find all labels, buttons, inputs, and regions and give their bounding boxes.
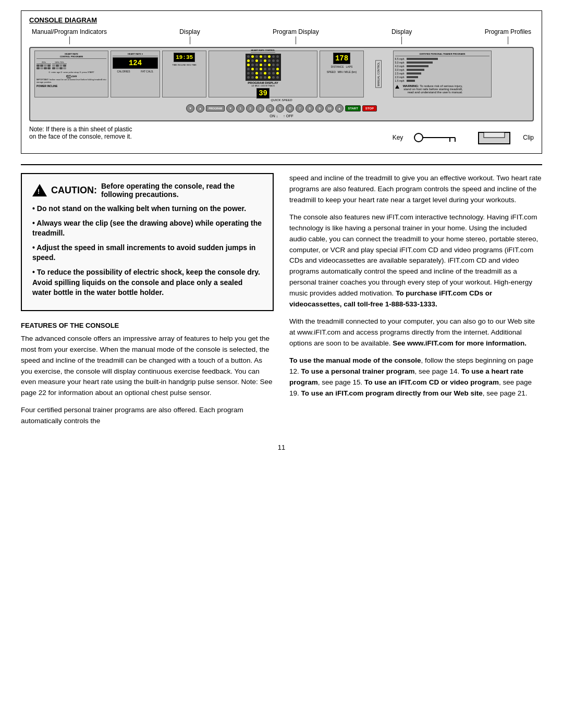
hr-control-title: HEART RATECONTROL PROGRAMS xyxy=(36,53,106,59)
time-display-section: 19:35 TIME INCLINE SEG.TIME xyxy=(162,51,206,97)
btn-8[interactable]: 8 xyxy=(305,104,314,113)
dot xyxy=(268,64,271,66)
speed-bar-row: 3.0 mph xyxy=(395,68,490,71)
dot xyxy=(247,59,250,62)
dot xyxy=(255,72,258,75)
dot xyxy=(264,59,266,62)
svg-rect-5 xyxy=(484,132,505,138)
key-graphic xyxy=(413,131,466,144)
features-title: FEATURES OF THE CONSOLE xyxy=(21,322,274,329)
dot xyxy=(251,64,254,66)
caution-item-4: To reduce the possibility of electric sh… xyxy=(32,267,262,298)
dot xyxy=(251,55,254,58)
program-profiles-section: CERTIFIED PERSONAL TRAINER PROGRAMS 6.5 … xyxy=(393,51,492,97)
dot xyxy=(255,76,258,79)
console-labels-row: Manual/Program Indicators Display Progra… xyxy=(29,28,534,44)
console-note: Note: If there is a thin sheet of plasti… xyxy=(29,126,393,140)
dot xyxy=(276,64,279,66)
right-para1: speed and incline of the treadmill to gi… xyxy=(289,173,542,206)
speed-bar-row: 4.0 mph xyxy=(395,65,490,68)
dot xyxy=(272,64,275,66)
hr-control2-title: HEART RATE CONTROL xyxy=(251,49,275,53)
caution-item-3: Adjust the speed in small increments to … xyxy=(32,243,262,263)
program-profiles-label: Program Profiles xyxy=(485,28,531,44)
dot xyxy=(260,59,262,62)
program-display-section: HEART RATE CONTROL xyxy=(209,51,317,97)
speed-fill xyxy=(407,61,433,64)
caution-items-list: Do not stand on the walking belt when tu… xyxy=(32,204,262,298)
right-column: speed and incline of the treadmill to gi… xyxy=(289,173,542,433)
speed-bar-row: 2.0 mph xyxy=(395,76,490,79)
dot xyxy=(251,72,254,75)
power-incline-up-button[interactable]: ▲ xyxy=(196,104,204,113)
up-button[interactable]: ▲ xyxy=(335,104,344,113)
main-content: CAUTION: Before operating the console, r… xyxy=(21,173,542,433)
power-incline-down-button[interactable]: ▼ xyxy=(186,104,194,113)
clip-graphic xyxy=(476,130,512,145)
dot xyxy=(272,59,275,62)
caution-item-4-bold: To reduce the possibility of electric sh… xyxy=(32,268,260,297)
features-paragraph2: Four certified personal trainer programs… xyxy=(21,405,274,427)
program-button[interactable]: PROGRAM xyxy=(206,105,225,112)
left-column: CAUTION: Before operating the console, r… xyxy=(21,173,274,433)
speed-fill xyxy=(407,69,424,71)
dot xyxy=(260,72,262,75)
dot xyxy=(268,68,271,70)
manual-mode-bold: To use the manual mode of the console xyxy=(289,356,421,364)
page-number: 11 xyxy=(21,443,542,451)
key-label: Key xyxy=(393,134,403,141)
dot xyxy=(276,55,279,58)
dot xyxy=(247,76,250,79)
btn-1[interactable]: 1 xyxy=(236,104,244,113)
program-display-label: Program Display xyxy=(273,28,319,44)
caution-title: CAUTION: xyxy=(51,185,97,196)
dot xyxy=(268,59,271,62)
btn-4[interactable]: 4 xyxy=(266,104,274,113)
start-button[interactable]: START xyxy=(345,105,361,112)
btn-7[interactable]: 7 xyxy=(296,104,304,113)
down-button[interactable]: ▼ xyxy=(226,104,235,113)
display2-label: Display xyxy=(391,28,412,44)
on-off-row: ON ↓ ↑ OFF xyxy=(34,114,529,118)
btn-2[interactable]: 2 xyxy=(246,104,254,113)
dot xyxy=(276,72,279,75)
dot xyxy=(255,68,258,70)
dot xyxy=(276,68,279,70)
btn-10[interactable]: 10 xyxy=(325,104,334,113)
caution-item-2-bold: Always wear the clip (see the drawing ab… xyxy=(32,219,262,238)
note-line1: Note: If there is a thin sheet of plasti… xyxy=(29,126,393,133)
caution-header-text: Before operating the console, read the f… xyxy=(101,182,262,199)
stop-button[interactable]: STOP xyxy=(362,105,377,112)
dot xyxy=(272,72,275,75)
speed-bar-row: 5.0 mph xyxy=(395,61,490,64)
dot xyxy=(251,76,254,79)
personal-trainer-bold: To use a personal trainer program xyxy=(301,367,415,375)
btn-3[interactable]: 3 xyxy=(256,104,264,113)
dot xyxy=(276,76,279,79)
heartrate-value: 124 xyxy=(113,57,158,69)
speed-fill xyxy=(407,65,429,67)
speed-value: 178 xyxy=(333,53,350,64)
btn-5[interactable]: 5 xyxy=(276,104,284,113)
buttons-row: ▼ ▲ PROGRAM ▼ 1 2 3 4 5 6 7 8 9 10 ▲ STA… xyxy=(34,104,529,113)
indicator-line-3 xyxy=(296,36,296,44)
btn-9[interactable]: 9 xyxy=(315,104,324,113)
dot xyxy=(264,55,266,58)
manual-program-label: Manual/Program Indicators xyxy=(32,28,107,44)
key-clip-area: Key Clip xyxy=(393,130,534,145)
dot xyxy=(264,64,266,66)
dot xyxy=(268,55,271,58)
caution-item-2: Always wear the clip (see the drawing ab… xyxy=(32,218,262,239)
console-diagram-title: CONSOLE DIAGRAM xyxy=(29,16,534,24)
speed-fill xyxy=(407,58,438,60)
certified-title: CERTIFIED PERSONAL TRAINER PROGRAMS xyxy=(395,53,490,56)
see-bold: See www.iFIT.com for more information. xyxy=(393,339,527,347)
console-top-row: HEART RATECONTROL PROGRAMS 25% xyxy=(34,51,529,97)
right-para2: The console also features new iFIT.com i… xyxy=(289,212,542,310)
btn-6[interactable]: 6 xyxy=(286,104,294,113)
cal-labels: CALORIES FAT CALS. xyxy=(113,70,158,73)
indicator-line-5 xyxy=(508,36,508,44)
dot xyxy=(247,64,250,66)
dot xyxy=(268,72,271,75)
dot xyxy=(251,68,254,70)
